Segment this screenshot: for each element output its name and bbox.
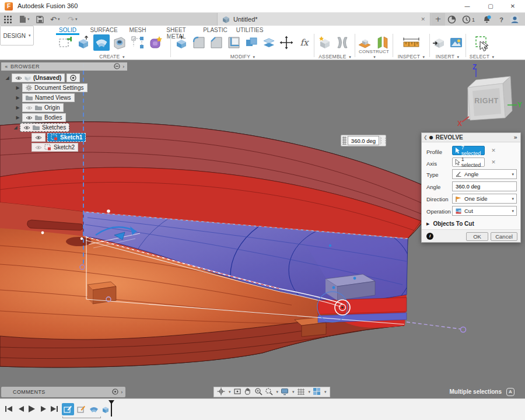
create-sketch-icon[interactable] <box>57 34 74 51</box>
caret-icon[interactable]: ▾ <box>292 390 295 394</box>
direction-dropdown[interactable]: One Side▾ <box>452 194 517 204</box>
angle-inline-field[interactable] <box>348 136 379 145</box>
axis-clear-icon[interactable]: ✕ <box>489 159 498 165</box>
close-button[interactable]: ✕ <box>502 0 524 13</box>
browser-row-docsettings[interactable]: ▶ Document Settings <box>15 83 88 92</box>
objects-to-cut-expander[interactable]: ▶Objects To Cut <box>426 220 474 227</box>
look-at-icon[interactable] <box>233 387 242 397</box>
caret-icon[interactable]: ▾ <box>324 390 327 394</box>
comments-resize-icon[interactable]: › <box>121 389 123 395</box>
expand-icon[interactable]: ▶ <box>15 115 20 120</box>
status-badge[interactable]: A <box>506 388 514 396</box>
eye-off-icon[interactable] <box>26 106 33 110</box>
ribbon-tab-plastic[interactable]: PLASTIC <box>202 27 229 33</box>
offset-face-icon[interactable] <box>261 34 277 51</box>
group-assemble-label[interactable]: ASSEMBLE <box>318 54 346 60</box>
drag-handle-icon[interactable] <box>342 136 346 145</box>
revolve-dialog-header[interactable]: ❮ ● REVOLVE » <box>422 133 520 142</box>
ribbon-tab-mesh[interactable]: MESH <box>126 27 149 33</box>
eye-icon[interactable] <box>35 135 42 140</box>
comments-bar[interactable]: COMMENTS › <box>1 387 125 397</box>
insert-derive-icon[interactable] <box>430 34 447 51</box>
expanded-icon[interactable]: ◢ <box>5 75 10 80</box>
expand-dialog-icon[interactable]: » <box>514 134 517 141</box>
eye-icon[interactable] <box>26 116 33 120</box>
document-tab[interactable]: Untitled* ✕ <box>217 13 430 26</box>
pattern-icon[interactable] <box>130 34 146 51</box>
fillet-icon[interactable] <box>191 34 206 51</box>
panel-resize-icon[interactable]: › <box>123 64 125 69</box>
form-icon[interactable] <box>148 34 164 51</box>
step-forward-button[interactable] <box>38 404 49 414</box>
change-parameters-icon[interactable]: fx <box>296 34 312 51</box>
help-icon[interactable]: ? <box>496 15 506 24</box>
extrude-icon[interactable] <box>75 34 92 51</box>
skip-to-end-button[interactable] <box>49 404 60 414</box>
document-close-icon[interactable]: ✕ <box>421 16 425 22</box>
browser-row-bodies[interactable]: ▶ Bodies <box>15 113 66 122</box>
browser-row-origin[interactable]: ▶ Origin <box>15 103 64 112</box>
group-insert-label[interactable]: INSERT <box>436 54 454 60</box>
plane-at-angle-icon[interactable] <box>374 34 391 51</box>
group-create-label[interactable]: CREATE <box>99 54 120 60</box>
timeline-item-sketch2[interactable] <box>75 403 88 415</box>
viewcube-face-label[interactable]: RIGHT <box>474 97 499 105</box>
operation-dropdown[interactable]: Cut▾ <box>452 206 517 216</box>
group-modify-label[interactable]: MODIFY <box>230 54 250 60</box>
offset-plane-icon[interactable] <box>356 34 373 51</box>
comments-options-icon[interactable] <box>112 388 118 396</box>
extensions-icon[interactable] <box>447 15 457 24</box>
measure-icon[interactable] <box>401 34 421 51</box>
joint-icon[interactable] <box>334 34 351 51</box>
angle-field[interactable] <box>452 181 517 191</box>
file-menu-button[interactable]: ▾ <box>19 15 30 24</box>
axis-select-button[interactable]: 1 selected <box>452 158 485 167</box>
stepper-icon[interactable] <box>380 136 386 145</box>
ribbon-tab-solid[interactable]: SOLID <box>56 27 79 33</box>
panel-options-icon[interactable] <box>114 63 120 71</box>
timeline-marker-head[interactable] <box>108 400 114 404</box>
profile-select-button[interactable]: 7 selected <box>452 146 485 155</box>
app-grid-icon[interactable] <box>4 15 12 24</box>
maximize-button[interactable]: ▢ <box>480 0 502 13</box>
combine-icon[interactable] <box>244 34 260 51</box>
expanded-icon[interactable]: ◢ <box>13 125 18 130</box>
caret-icon[interactable]: ▾ <box>276 390 279 394</box>
browser-row-sketches[interactable]: ◢ Sketches <box>13 123 69 132</box>
activate-radio[interactable] <box>66 74 80 82</box>
ribbon-tab-utilities[interactable]: UTILITIES <box>235 27 265 33</box>
expand-icon[interactable]: ▶ <box>15 85 20 90</box>
canvas-icon[interactable] <box>449 34 465 51</box>
eye-off-icon[interactable] <box>35 145 42 150</box>
notifications-bell-icon[interactable] <box>482 15 492 24</box>
press-pull-icon[interactable] <box>173 34 189 51</box>
minimize-button[interactable]: — <box>456 0 478 13</box>
pan-icon[interactable] <box>244 387 252 397</box>
ok-button[interactable]: OK <box>466 232 488 241</box>
browser-row-sketch1[interactable]: Sketch1 <box>32 133 86 142</box>
caret-icon[interactable]: ▾ <box>309 390 311 394</box>
browser-row-root[interactable]: ◢ (Unsaved) <box>5 74 80 82</box>
collapse-panel-icon[interactable]: « <box>5 64 8 69</box>
expand-icon[interactable]: ▶ <box>15 105 20 110</box>
view-cube[interactable]: Z Y X RIGHT <box>456 64 523 127</box>
user-avatar[interactable] <box>510 15 520 24</box>
ribbon-tab-surface[interactable]: SURFACE <box>89 27 118 33</box>
browser-row-namedviews[interactable]: ▶ Named Views <box>15 93 75 102</box>
new-tab-button[interactable]: + <box>431 13 445 26</box>
shell-icon[interactable] <box>226 34 242 51</box>
step-back-button[interactable] <box>16 404 26 414</box>
workspace-selector[interactable]: DESIGN▾ <box>0 26 34 46</box>
angle-manipulator-input[interactable] <box>341 135 386 146</box>
eye-icon[interactable] <box>15 76 22 80</box>
revolve-icon[interactable] <box>93 34 110 51</box>
job-status-icon[interactable]: 1 <box>460 15 477 24</box>
play-button[interactable] <box>26 404 37 414</box>
viewports-icon[interactable] <box>313 387 321 397</box>
cancel-button[interactable]: Cancel <box>491 232 517 241</box>
group-construct-label[interactable]: CONSTRUCT <box>359 49 389 54</box>
zoom-window-icon[interactable] <box>265 387 273 397</box>
zoom-icon[interactable] <box>254 387 262 397</box>
group-inspect-label[interactable]: INSPECT <box>398 54 420 60</box>
type-dropdown[interactable]: Angle▾ <box>452 169 517 179</box>
